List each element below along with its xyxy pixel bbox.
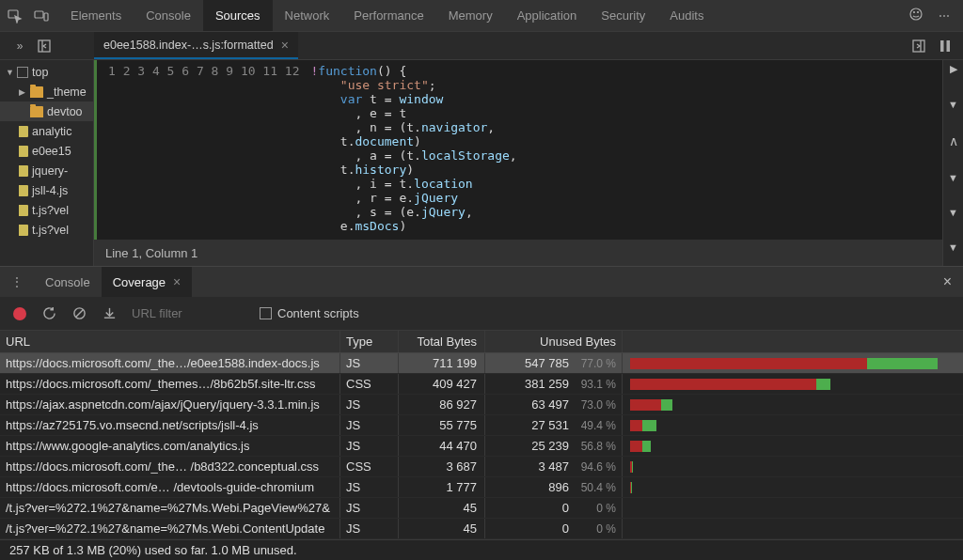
header-type[interactable]: Type [340, 331, 399, 352]
drawer-tab-console[interactable]: Console [34, 267, 102, 297]
more-icon[interactable]: ⋯ [935, 9, 954, 23]
cell-url: https://www.google-analytics.com/analyti… [0, 436, 340, 456]
show-debugger-icon[interactable] [910, 38, 927, 54]
cell-total: 86 927 [399, 395, 485, 414]
chevron-down-icon[interactable]: ▼ [948, 99, 958, 110]
header-unused[interactable]: Unused Bytes [485, 331, 623, 352]
file-tab-label: e0ee1588.index-…s.js:formatted [103, 39, 274, 52]
cell-total: 45 [399, 519, 485, 538]
tree-folder-selected[interactable]: devtoo [0, 101, 93, 121]
cell-total: 44 470 [399, 436, 485, 456]
coverage-row[interactable]: https://docs.microsoft.com/_themes…/8b62… [0, 374, 963, 395]
navigator-toggle-icon[interactable]: » [11, 38, 28, 54]
top-tab-audits[interactable]: Audits [657, 0, 716, 31]
cell-type: JS [340, 519, 399, 538]
cell-total: 1 777 [399, 477, 485, 497]
chevron-down-icon[interactable]: ▼ [948, 241, 958, 253]
cell-type: CSS [340, 374, 399, 394]
chevron-down-icon[interactable]: ▼ [948, 172, 958, 183]
debugger-sidebar: ▶ ▼ ∧ ▼ ▼ ▼ [942, 60, 963, 266]
coverage-row[interactable]: /t.js?ver=%272.1%27&name=%27Ms.Webi.Page… [0, 498, 963, 519]
tree-folder[interactable]: ▶_theme [0, 82, 93, 101]
device-toggle-icon[interactable] [32, 7, 51, 25]
code-editor[interactable]: 1 2 3 4 5 6 7 8 9 10 11 12 !function() {… [94, 60, 942, 240]
drawer-panel: ⋮ ConsoleCoverage× × Content scripts URL… [0, 266, 963, 560]
folder-icon [30, 86, 43, 98]
header-total[interactable]: Total Bytes [399, 331, 485, 352]
cell-url: https://docs.microsoft.com/_themes…/8b62… [0, 374, 340, 394]
file-tab-active[interactable]: e0ee1588.index-…s.js:formatted × [94, 32, 298, 59]
pause-icon[interactable] [937, 38, 954, 54]
top-tab-performance[interactable]: Performance [341, 0, 435, 31]
cell-unused: 63 49773.0 % [485, 395, 623, 414]
top-tab-console[interactable]: Console [134, 0, 203, 31]
file-icon [19, 185, 28, 196]
drawer-tab-coverage[interactable]: Coverage× [102, 267, 193, 297]
feedback-icon[interactable] [907, 7, 925, 24]
svg-rect-8 [940, 40, 944, 52]
clear-icon[interactable] [71, 306, 87, 321]
content-scripts-checkbox[interactable] [260, 307, 272, 319]
header-url[interactable]: URL [0, 331, 340, 352]
show-navigator-icon[interactable] [36, 38, 53, 54]
coverage-row[interactable]: /t.js?ver=%272.1%27&name=%27Ms.Webi.Cont… [0, 519, 963, 539]
tree-file[interactable]: t.js?vel [0, 200, 93, 220]
cell-unused: 381 25993.1 % [485, 374, 623, 394]
top-tab-application[interactable]: Application [505, 0, 590, 31]
tree-file[interactable]: e0ee15 [0, 141, 93, 161]
url-filter-input[interactable] [132, 306, 245, 320]
record-button[interactable] [13, 307, 26, 320]
cell-unused: 27 53149.4 % [485, 415, 623, 435]
tree-file[interactable]: jsll-4.js [0, 180, 93, 200]
svg-rect-9 [947, 40, 951, 52]
cell-unused: 00 % [485, 498, 623, 518]
drawer-close-icon[interactable]: × [943, 273, 963, 290]
top-tab-network[interactable]: Network [273, 0, 342, 31]
cell-bar [623, 420, 963, 431]
file-icon [19, 165, 28, 177]
top-tab-sources[interactable]: Sources [203, 0, 273, 31]
cell-url: https://ajax.aspnetcdn.com/ajax/jQuery/j… [0, 395, 340, 414]
coverage-table: URL Type Total Bytes Unused Bytes https:… [0, 331, 963, 539]
svg-point-5 [918, 12, 919, 13]
cell-total: 55 775 [399, 415, 485, 435]
svg-rect-2 [44, 13, 48, 21]
cell-url: https://docs.microsoft.com/e… /devtools-… [0, 477, 340, 497]
svg-rect-1 [35, 11, 43, 18]
cell-url: https://docs.microsoft.com/_the… /b8d322… [0, 457, 340, 476]
cell-url: /t.js?ver=%272.1%27&name=%27Ms.Webi.Cont… [0, 519, 340, 538]
chevron-right-icon[interactable]: ▶ [950, 63, 957, 75]
tree-file[interactable]: analytic [0, 121, 93, 141]
drawer-menu-icon[interactable]: ⋮ [8, 272, 26, 291]
tree-file[interactable]: jquery- [0, 161, 93, 180]
coverage-row[interactable]: https://az725175.vo.msecnd.net/scripts/j… [0, 415, 963, 436]
cell-type: JS [340, 415, 399, 435]
export-icon[interactable] [102, 306, 117, 321]
top-tab-security[interactable]: Security [589, 0, 657, 31]
coverage-row[interactable]: https://docs.microsoft.com/_the…/e0ee158… [0, 353, 963, 374]
cell-type: JS [340, 477, 399, 497]
cell-total: 45 [399, 498, 485, 518]
file-icon [19, 126, 28, 137]
coverage-row[interactable]: https://docs.microsoft.com/_the… /b8d322… [0, 457, 963, 477]
inspect-icon[interactable] [6, 7, 24, 25]
drawer-tabs: ⋮ ConsoleCoverage× × [0, 267, 963, 297]
close-tab-icon[interactable]: × [281, 38, 289, 53]
coverage-row[interactable]: https://ajax.aspnetcdn.com/ajax/jQuery/j… [0, 395, 963, 415]
coverage-row[interactable]: https://www.google-analytics.com/analyti… [0, 436, 963, 457]
cell-type: JS [340, 353, 399, 373]
tree-top[interactable]: ▼top [0, 62, 93, 82]
close-icon[interactable]: × [173, 274, 181, 289]
top-tab-memory[interactable]: Memory [436, 0, 505, 31]
tree-file[interactable]: t.js?vel [0, 220, 93, 240]
chevron-down-icon[interactable]: ▼ [948, 207, 958, 218]
svg-point-3 [910, 8, 922, 20]
cell-unused: 25 23956.8 % [485, 436, 623, 456]
cell-type: JS [340, 436, 399, 456]
top-tab-elements[interactable]: Elements [58, 0, 134, 31]
cell-bar [623, 399, 963, 411]
chevron-up-icon[interactable]: ∧ [949, 133, 958, 148]
reload-icon[interactable] [41, 306, 56, 321]
coverage-row[interactable]: https://docs.microsoft.com/e… /devtools-… [0, 477, 963, 498]
cell-unused: 89650.4 % [485, 477, 623, 497]
